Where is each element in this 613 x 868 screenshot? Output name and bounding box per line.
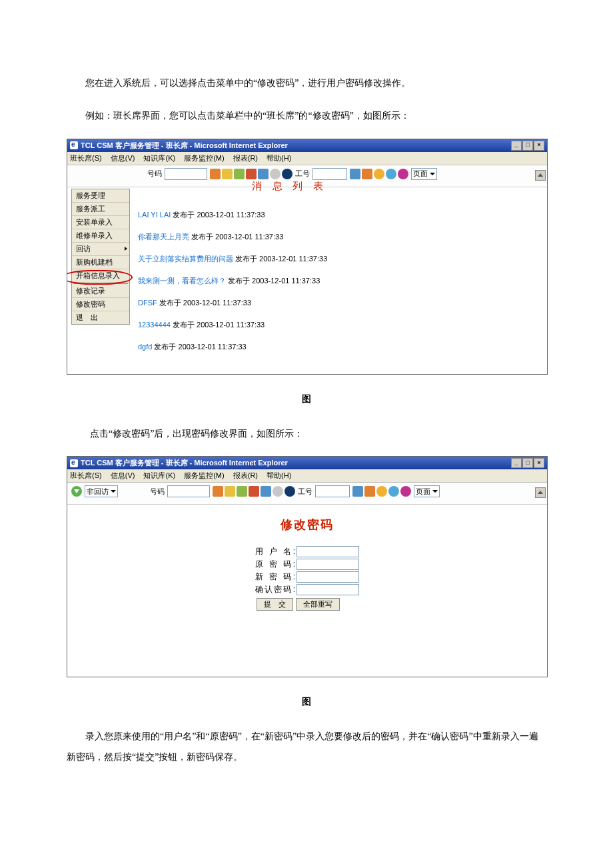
id-input[interactable] [315,485,350,497]
dropdown-label: 非回访 [87,487,109,497]
message-link[interactable]: DFSF [138,299,157,307]
toolbar-icon[interactable] [261,486,271,497]
menu-item-service-dispatch[interactable]: 服务派工 [72,203,129,216]
message-meta: 发布于 2003-12-01 11:37:33 [159,299,251,307]
toolbar-icon[interactable] [222,169,233,179]
input-new-password[interactable] [297,571,359,583]
sidebar-menu: 服务受理 服务派工 安装单录入 维修单录入 回访 新购机建档 开箱信息录入 修改… [71,189,130,325]
menu-item[interactable]: 信息(V) [111,154,135,162]
menu-item[interactable]: 帮助(H) [267,471,291,479]
menubar[interactable]: 班长席(S) 信息(V) 知识库(K) 服务监控(M) 报表(R) 帮助(H) [67,152,547,165]
menu-item[interactable]: 报表(R) [233,471,258,479]
screenshot-2: TCL CSM 客户服务管理 - 班长席 - Microsoft Interne… [67,456,548,677]
message-list: LAI YI LAI 发布于 2003-12-01 11:37:33 你看那天上… [138,210,547,352]
input-confirm-password[interactable] [297,584,359,595]
message-link[interactable]: 关于立刻落实结算费用的问题 [138,255,233,263]
toolbar-icon[interactable] [237,486,247,497]
message-row: 12334444 发布于 2003-12-01 11:37:33 [138,320,547,330]
toolbar-icon[interactable] [374,169,384,179]
caret-down-icon [432,490,438,493]
message-link[interactable]: 我来测一测，看看怎么样？ [138,277,226,285]
toolbar-icon[interactable] [246,169,257,179]
page-label: 页面 [416,487,430,497]
message-link[interactable]: 12334444 [138,321,171,329]
menu-item[interactable]: 知识库(K) [143,471,175,479]
message-meta: 发布于 2003-12-01 11:37:33 [154,343,246,351]
menu-item-exit[interactable]: 退 出 [72,311,129,324]
toolbar-icon[interactable] [213,486,223,497]
scrollbar-up[interactable] [535,487,546,498]
menu-item-revisit[interactable]: 回访 [72,243,129,256]
toolbar-icon[interactable] [352,486,363,497]
minimize-button[interactable]: _ [511,458,522,468]
toolbar-icon[interactable] [282,169,293,179]
maximize-button[interactable]: □ [522,458,533,468]
menu-item[interactable]: 服务监控(M) [184,471,225,479]
close-button[interactable]: × [534,458,544,468]
toolbar-icon[interactable] [285,486,295,497]
visit-type-dropdown[interactable]: 非回访 [85,485,118,497]
page-dropdown[interactable]: 页面 [414,485,440,497]
window-titlebar: TCL CSM 客户服务管理 - 班长席 - Microsoft Interne… [67,457,547,469]
menu-item-change-password[interactable]: 修改密码 [72,298,129,311]
menu-item[interactable]: 报表(R) [233,154,258,162]
toolbar-icon[interactable] [225,486,235,497]
menu-item[interactable]: 知识库(K) [143,154,175,162]
menu-item-repair-entry[interactable]: 维修单录入 [72,229,129,243]
toolbar-icons [210,169,293,179]
menu-item[interactable]: 信息(V) [111,471,135,479]
toolbar-icon[interactable] [273,486,283,497]
scrollbar-up[interactable] [535,170,546,181]
submit-button[interactable]: 提 交 [257,598,293,611]
menu-item-new-purchase[interactable]: 新购机建档 [72,256,129,269]
toolbar-label-number: 号码 [147,169,162,179]
menu-item[interactable]: 帮助(H) [267,154,291,162]
number-input[interactable] [165,168,207,180]
message-meta: 发布于 2003-12-01 11:37:33 [173,211,265,219]
minimize-button[interactable]: _ [511,141,522,151]
toolbar-icon[interactable] [364,486,375,497]
menu-item-install-entry[interactable]: 安装单录入 [72,216,129,229]
change-password-form: 用 户 名: 原 密 码: 新 密 码: 确认密码: 提 交 全部重 [255,545,359,611]
menu-item[interactable]: 班长席(S) [70,471,102,479]
toolbar-icon[interactable] [249,486,259,497]
toolbar-icon[interactable] [350,169,360,179]
figure-caption-1: 图 [67,393,546,405]
menu-item-modify-record[interactable]: 修改记录 [72,285,129,298]
label-new-password: 新 密 码: [255,571,297,583]
menu-item[interactable]: 班长席(S) [70,154,102,162]
ie-icon [70,459,78,467]
toolbar-icon[interactable] [386,169,396,179]
screenshot-1: TCL CSM 客户服务管理 - 班长席 - Microsoft Interne… [67,139,548,375]
id-input[interactable] [312,168,347,180]
menubar[interactable]: 班长席(S) 信息(V) 知识库(K) 服务监控(M) 报表(R) 帮助(H) [67,469,547,483]
input-old-password[interactable] [297,559,359,570]
close-button[interactable]: × [534,141,544,151]
menu-item-service-accept[interactable]: 服务受理 [72,189,129,203]
message-link[interactable]: dgfd [138,343,152,351]
reset-button[interactable]: 全部重写 [296,598,340,611]
toolbar-icon[interactable] [258,169,269,179]
toolbar-icon[interactable] [388,486,399,497]
toolbar-icon[interactable] [400,486,411,497]
toolbar-icon[interactable] [362,169,372,179]
message-link[interactable]: LAI YI LAI [138,211,171,219]
page-dropdown[interactable]: 页面 [411,168,437,180]
window-title: TCL CSM 客户服务管理 - 班长席 - Microsoft Interne… [81,141,288,151]
message-link[interactable]: 你看那天上月亮 [138,233,189,241]
window-title: TCL CSM 客户服务管理 - 班长席 - Microsoft Interne… [81,458,288,468]
maximize-button[interactable]: □ [522,141,533,151]
input-username[interactable] [297,546,359,557]
message-row: dgfd 发布于 2003-12-01 11:37:33 [138,342,547,352]
number-input[interactable] [167,485,210,497]
toolbar-icon[interactable] [234,169,245,179]
paragraph-2: 例如：班长席界面，您可以点击菜单栏中的“班长席”的“修改密码”，如图所示： [67,106,546,127]
message-row: 你看那天上月亮 发布于 2003-12-01 11:37:33 [138,232,547,242]
toolbar-icon[interactable] [376,486,387,497]
toolbar-icon[interactable] [270,169,281,179]
menu-item[interactable]: 服务监控(M) [184,154,225,162]
toolbar-icon[interactable] [398,169,408,179]
arrow-down-icon[interactable] [71,486,82,497]
menu-item-unbox-info[interactable]: 开箱信息录入 [72,269,129,283]
toolbar-icon[interactable] [210,169,221,179]
